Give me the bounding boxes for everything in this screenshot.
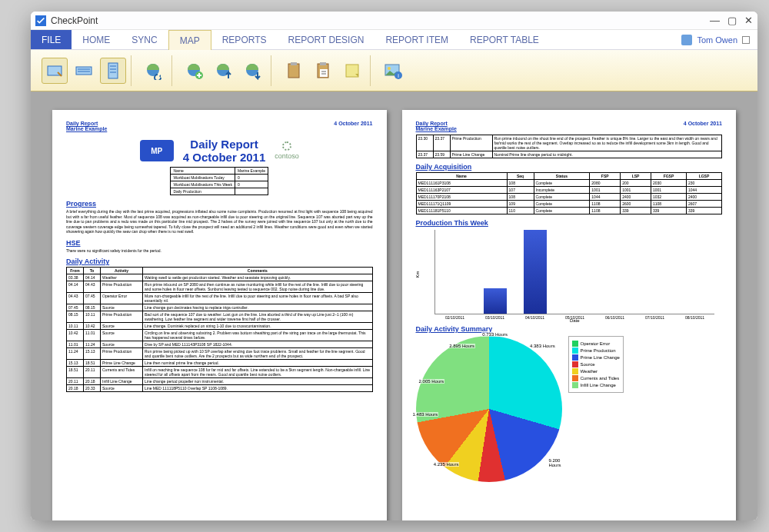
- globe-up-button[interactable]: [211, 58, 237, 84]
- contoso-logo: contoso: [275, 141, 299, 160]
- minimize-button[interactable]: —: [710, 15, 720, 26]
- page-hdr-title: Daily Report: [416, 121, 448, 126]
- tab-home[interactable]: HOME: [72, 30, 121, 49]
- chart-ylabel: Km: [414, 271, 419, 278]
- report-canvas[interactable]: Daily Report Marine Example 4 October 20…: [31, 91, 757, 520]
- page-hdr-date: 4 October 2011: [684, 121, 722, 131]
- page-hdr-sub: Marine Example: [416, 126, 457, 131]
- section-hse: HSE: [66, 239, 373, 247]
- ribbon: i: [31, 50, 757, 91]
- report-title: Daily Report: [183, 138, 266, 151]
- tab-report-table[interactable]: REPORT TABLE: [459, 30, 550, 49]
- user-name[interactable]: Tom Owen: [697, 35, 737, 45]
- globe-refresh-button[interactable]: [141, 58, 167, 84]
- tab-report-item[interactable]: REPORT ITEM: [375, 30, 459, 49]
- clipboard-text-button[interactable]: [310, 58, 336, 84]
- page-portrait-button[interactable]: [100, 58, 126, 84]
- section-production: Production This Week: [416, 219, 723, 227]
- tab-sync[interactable]: SYNC: [121, 30, 168, 49]
- activity-table: FromToActivityComments03.3804.14WeatherW…: [66, 267, 373, 392]
- svg-rect-18: [320, 69, 328, 77]
- pie-legend: Operator ErrorPrime ProductionPrime Line…: [568, 336, 624, 393]
- page-hdr-title: Daily Report: [66, 121, 98, 126]
- app-title: CheckPoint: [51, 15, 98, 26]
- layout-toggle-icon[interactable]: [742, 36, 750, 44]
- section-activity: Daily Activity: [66, 258, 373, 265]
- meta-table: NameMarine ExampleWorkboat Mobilisations…: [170, 167, 268, 195]
- tab-reports[interactable]: REPORTS: [211, 30, 278, 49]
- section-acquisition: Daily Acquisition: [416, 163, 723, 171]
- ribbon-tabs: FILE HOME SYNC MAP REPORTS REPORT DESIGN…: [31, 30, 757, 50]
- tab-map[interactable]: MAP: [168, 30, 211, 50]
- report-page-1: Daily Report Marine Example 4 October 20…: [52, 110, 387, 520]
- close-button[interactable]: ✕: [744, 15, 753, 26]
- svg-point-23: [388, 67, 391, 70]
- section-summary: Daily Activity Summary: [416, 325, 723, 333]
- user-avatar-icon: [681, 35, 692, 45]
- svg-rect-17: [320, 62, 326, 65]
- tab-file[interactable]: FILE: [31, 30, 72, 49]
- svg-rect-14: [288, 64, 299, 78]
- app-window: CheckPoint — ▢ ✕ FILE HOME SYNC MAP REPO…: [31, 12, 757, 520]
- picture-info-button[interactable]: i: [380, 58, 406, 84]
- mp-logo: MP: [140, 140, 174, 161]
- activity-table-cont: 23.3023.37Prime ProductionRun prime inbo…: [416, 135, 723, 158]
- layout-tool-button[interactable]: [42, 58, 68, 84]
- report-date: 4 October 2011: [183, 151, 266, 164]
- activity-pie-chart: 4.383 Hours9.200 Hours4.235 Hours1.483 H…: [416, 336, 562, 482]
- titlebar: CheckPoint — ▢ ✕: [31, 12, 757, 30]
- globe-add-button[interactable]: [181, 58, 208, 84]
- acquisition-table: NameSeqStatusFSPLSPFGSPLGSPMED111161P310…: [416, 172, 723, 214]
- app-icon: [35, 15, 46, 26]
- tab-report-design[interactable]: REPORT DESIGN: [278, 30, 375, 49]
- production-bar-chart: Km Date 02/10/201103/10/201104/10/201105…: [434, 230, 715, 314]
- section-progress: Progress: [66, 200, 373, 208]
- progress-body: A brief everything during the day with t…: [66, 209, 373, 234]
- hse-body: There were no significant safety inciden…: [66, 248, 373, 254]
- globe-down-button[interactable]: [240, 58, 266, 84]
- page-hdr-sub: Marine Example: [66, 126, 107, 131]
- svg-rect-15: [291, 62, 297, 65]
- report-page-2: Daily Report Marine Example 4 October 20…: [402, 110, 737, 520]
- page-landscape-button[interactable]: [71, 58, 97, 84]
- maximize-button[interactable]: ▢: [727, 15, 737, 26]
- page-hdr-date: 4 October 2011: [334, 121, 372, 131]
- note-button[interactable]: [339, 58, 365, 84]
- clipboard-button[interactable]: [281, 58, 307, 84]
- svg-rect-5: [108, 63, 118, 78]
- svg-rect-2: [76, 67, 92, 75]
